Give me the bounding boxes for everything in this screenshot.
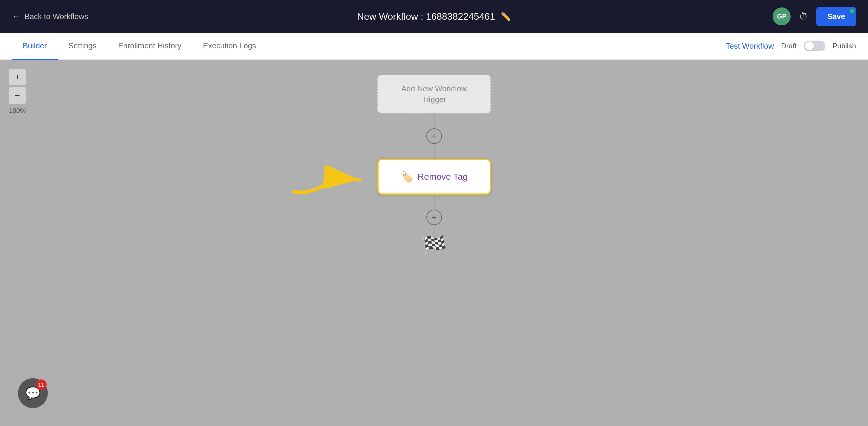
remove-tag-node[interactable]: 🏷️ Remove Tag (377, 159, 491, 195)
action-node-wrapper: 🏷️ Remove Tag (377, 159, 491, 195)
trigger-node-text: Add New Workflow Trigger (401, 83, 467, 105)
topbar-right: GP ⏱ Save (773, 7, 856, 26)
toggle-thumb (805, 41, 814, 51)
tag-icon: 🏷️ (400, 171, 413, 183)
workflow-title: New Workflow : 1688382245461 (357, 11, 495, 22)
connector-1 (434, 113, 434, 128)
tabbar: Builder Settings Enrollment History Exec… (0, 33, 868, 60)
arrow-annotation (276, 162, 377, 198)
back-arrow-icon: ← (12, 11, 21, 22)
tabbar-right: Test Workflow Draft Publish (726, 41, 856, 51)
tab-execution-logs[interactable]: Execution Logs (192, 33, 267, 60)
chat-count: 11 (36, 380, 46, 390)
chat-badge[interactable]: 💬 11 (18, 378, 48, 408)
edit-title-icon[interactable]: ✏️ (500, 12, 511, 22)
end-flag-icon: 🏁 (421, 236, 447, 257)
trigger-node[interactable]: Add New Workflow Trigger (377, 75, 491, 113)
workflow-canvas: + − 100% Add New Workflow Trigger + (0, 60, 868, 426)
connector-2 (434, 144, 434, 159)
test-workflow-button[interactable]: Test Workflow (726, 41, 774, 51)
zoom-controls: + − 100% (9, 69, 26, 114)
topbar-center: New Workflow : 1688382245461 ✏️ (357, 11, 511, 22)
tab-enrollment-history[interactable]: Enrollment History (107, 33, 192, 60)
history-icon[interactable]: ⏱ (799, 11, 808, 22)
tab-settings[interactable]: Settings (58, 33, 107, 60)
publish-toggle[interactable] (804, 41, 825, 51)
tab-builder[interactable]: Builder (12, 33, 58, 60)
back-to-workflows-link[interactable]: ← Back to Workflows (12, 11, 88, 22)
add-step-button-1[interactable]: + (426, 128, 442, 144)
zoom-level: 100% (9, 107, 26, 114)
connector-3 (434, 195, 434, 209)
connector-4 (434, 225, 434, 234)
add-step-button-2[interactable]: + (426, 209, 442, 225)
workflow-nodes: Add New Workflow Trigger + 🏷️ (377, 75, 491, 257)
topbar: ← Back to Workflows New Workflow : 16883… (0, 0, 868, 33)
draft-label: Draft (781, 42, 797, 50)
zoom-in-button[interactable]: + (9, 69, 26, 86)
user-avatar[interactable]: GP (773, 7, 790, 25)
publish-label: Publish (832, 42, 856, 50)
save-button[interactable]: Save (816, 7, 856, 26)
zoom-out-button[interactable]: − (9, 87, 26, 104)
tabs-list: Builder Settings Enrollment History Exec… (12, 33, 267, 59)
back-link-label: Back to Workflows (25, 12, 88, 21)
action-label: Remove Tag (418, 172, 468, 182)
